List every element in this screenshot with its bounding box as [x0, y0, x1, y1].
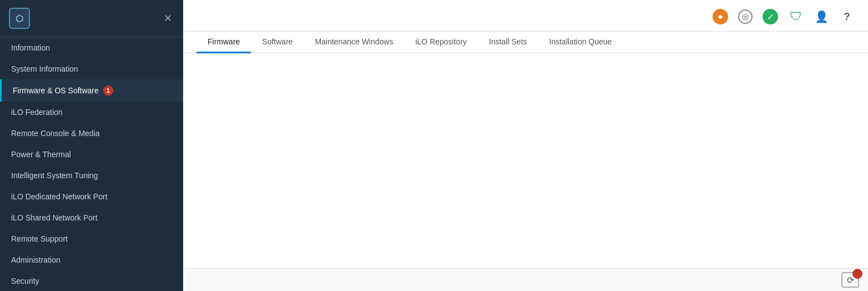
person-icon[interactable]: 👤	[814, 9, 829, 24]
target-icon[interactable]: ◎	[738, 9, 753, 24]
sidebar-item-system-information[interactable]: System Information	[0, 58, 183, 79]
sidebar-item-intelligent-system-tuning[interactable]: Intelligent System Tuning	[0, 165, 183, 186]
refresh-button-wrap: ⟳	[841, 272, 859, 288]
sidebar-item-label: Security	[11, 277, 39, 285]
sidebar-item-label: Firmware & OS Software	[13, 86, 99, 95]
refresh-badge	[852, 269, 862, 279]
sidebar-item-label: Remote Support	[11, 234, 68, 243]
shield-icon[interactable]: 🛡	[788, 9, 804, 24]
sidebar-item-ilo-federation[interactable]: iLO Federation	[0, 102, 183, 123]
sidebar-item-power-thermal[interactable]: Power & Thermal	[0, 144, 183, 165]
help-icon[interactable]: ?	[839, 9, 855, 24]
sidebar-close-button[interactable]: ✕	[162, 10, 174, 27]
sidebar-item-label: iLO Dedicated Network Port	[11, 192, 108, 201]
sidebar-item-security[interactable]: Security	[0, 270, 183, 291]
sidebar: ⬡ ✕ InformationSystem InformationFirmwar…	[0, 0, 183, 291]
sidebar-item-remote-support[interactable]: Remote Support	[0, 228, 183, 249]
check-icon[interactable]: ✓	[763, 9, 778, 24]
sidebar-item-label: Power & Thermal	[11, 150, 71, 159]
sidebar-item-label: iLO Federation	[11, 108, 63, 117]
nav-badge: 1	[103, 86, 113, 96]
status-icon[interactable]: ●	[713, 9, 728, 24]
sidebar-header: ⬡ ✕	[0, 0, 183, 37]
tab-firmware[interactable]: Firmware	[196, 32, 251, 53]
app-logo-icon: ⬡	[9, 8, 30, 29]
tab-software[interactable]: Software	[251, 32, 304, 53]
sidebar-item-information[interactable]: Information	[0, 37, 183, 58]
tab-ilo-repository[interactable]: iLO Repository	[404, 32, 478, 53]
tab-install-sets[interactable]: Install Sets	[478, 32, 538, 53]
sidebar-item-label: System Information	[11, 64, 78, 73]
sidebar-item-remote-console-media[interactable]: Remote Console & Media	[0, 123, 183, 144]
tab-installation-queue[interactable]: Installation Queue	[538, 32, 623, 53]
bottom-bar: ⟳	[183, 268, 868, 291]
main-content: ● ◎ ✓ 🛡 👤 ? FirmwareSoftwareMaintenance …	[183, 0, 868, 291]
sidebar-item-label: Intelligent System Tuning	[11, 171, 98, 180]
sidebar-item-administration[interactable]: Administration	[0, 249, 183, 270]
sidebar-item-label: iLO Shared Network Port	[11, 213, 98, 222]
sidebar-item-ilo-shared-network-port[interactable]: iLO Shared Network Port	[0, 207, 183, 228]
sidebar-item-label: Administration	[11, 255, 60, 264]
firmware-table-container	[183, 53, 868, 268]
sidebar-item-label: Information	[11, 43, 50, 52]
sidebar-item-firmware-os-software[interactable]: Firmware & OS Software1	[0, 79, 183, 102]
tabs-bar: FirmwareSoftwareMaintenance WindowsiLO R…	[183, 32, 868, 53]
main-header: ● ◎ ✓ 🛡 👤 ?	[183, 0, 868, 32]
header-icons: ● ◎ ✓ 🛡 👤 ?	[713, 9, 855, 24]
sidebar-logo-area: ⬡	[9, 8, 36, 29]
sidebar-item-label: Remote Console & Media	[11, 129, 100, 138]
tab-maintenance-windows[interactable]: Maintenance Windows	[304, 32, 405, 53]
sidebar-nav: InformationSystem InformationFirmware & …	[0, 37, 183, 291]
sidebar-item-ilo-dedicated-network-port[interactable]: iLO Dedicated Network Port	[0, 186, 183, 207]
